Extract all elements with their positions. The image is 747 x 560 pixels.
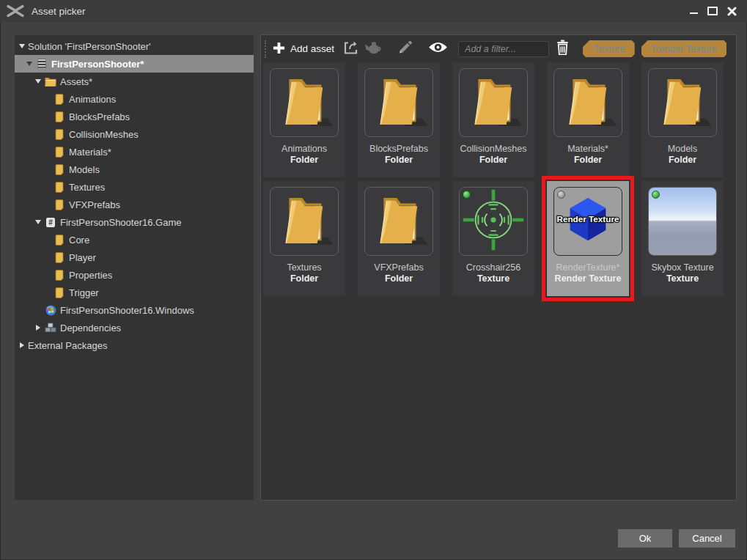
chevron-down-icon[interactable]	[32, 79, 44, 84]
asset-tile-blocksprefabs[interactable]: BlocksPrefabs Folder	[358, 62, 440, 177]
folder-note-icon	[53, 199, 66, 210]
open-folder-icon	[44, 77, 57, 86]
maximize-button[interactable]	[703, 1, 722, 21]
folder-note-icon	[53, 252, 66, 263]
tree-item-folder[interactable]: Materials*	[15, 143, 254, 161]
chevron-right-icon[interactable]	[32, 325, 44, 331]
asset-type: Folder	[385, 155, 413, 165]
delete-filter-button[interactable]	[556, 40, 569, 58]
dependencies-icon	[44, 323, 57, 333]
eye-icon	[428, 41, 448, 56]
asset-tile-skybox[interactable]: Skybox Texture Texture	[641, 181, 724, 296]
asset-tile-materials[interactable]: Materials* Folder	[547, 62, 629, 177]
tree-item-folder[interactable]: VFXPrefabs	[15, 196, 254, 213]
asset-type: Texture	[666, 273, 699, 284]
tree-item-folder[interactable]: Player	[15, 248, 254, 266]
tree-item-windows-project[interactable]: FirstPersonShooter16.Windows	[15, 301, 254, 319]
svg-text:#: #	[48, 218, 53, 226]
asset-thumbnail	[270, 68, 339, 137]
chevron-right-icon[interactable]	[16, 342, 28, 348]
folder-note-icon	[53, 235, 66, 246]
tree-item-folder[interactable]: Core	[15, 231, 254, 248]
asset-thumbnail: Render Texture	[553, 187, 622, 256]
title-bar: Asset picker	[0, 0, 747, 22]
asset-toolbar: Add asset Texture	[261, 35, 736, 62]
folder-note-icon	[53, 270, 66, 281]
folder-note-icon	[53, 94, 66, 105]
folder-thumb-icon	[366, 187, 432, 256]
asset-tile-models[interactable]: Models Folder	[641, 62, 724, 177]
tree-item-dependencies[interactable]: Dependencies	[15, 319, 254, 336]
close-button[interactable]	[722, 1, 741, 21]
asset-tile-rendertexture-selected[interactable]: Render Texture RenderTexture* Render Tex…	[547, 181, 629, 296]
add-icon	[273, 42, 285, 56]
asset-type: Folder	[290, 155, 318, 165]
tree-item-folder[interactable]: Textures	[15, 178, 254, 196]
filter-input[interactable]	[458, 41, 549, 57]
import-icon	[342, 39, 359, 59]
folder-thumb-icon	[555, 68, 621, 137]
toolbar-gripper[interactable]	[265, 40, 266, 58]
folder-note-icon	[53, 182, 66, 193]
tree-item-folder[interactable]: Models	[15, 161, 254, 178]
chevron-down-icon[interactable]	[16, 44, 28, 48]
asset-type: Render Texture	[555, 273, 622, 284]
asset-picker-window: { "window": { "title": "Asset picker" },…	[0, 0, 747, 560]
crosshair-thumb-icon	[460, 187, 526, 256]
folder-note-icon	[53, 164, 66, 175]
tree-item-game-project[interactable]: # FirstPersonShooter16.Game	[15, 213, 254, 231]
status-dot-icon	[557, 191, 565, 199]
window-title: Asset picker	[32, 6, 86, 17]
chevron-down-icon[interactable]	[32, 220, 44, 224]
folder-note-icon	[53, 147, 66, 158]
folder-thumb-icon	[366, 68, 432, 137]
edit-button[interactable]	[397, 40, 413, 59]
asset-tile-textures[interactable]: Textures Folder	[263, 181, 345, 296]
chevron-down-icon[interactable]	[23, 62, 35, 66]
asset-thumbnail	[459, 68, 528, 137]
folder-note-icon	[53, 111, 66, 122]
add-asset-button[interactable]: Add asset	[273, 42, 334, 56]
asset-tile-animations[interactable]: Animations Folder	[263, 62, 345, 177]
filter-tag-render-texture[interactable]: Render Texture	[641, 40, 727, 57]
tree-item-folder[interactable]: CollisionMeshes	[15, 125, 254, 143]
tree-item-assets[interactable]: Assets*	[15, 73, 254, 90]
asset-tile-vfxprefabs[interactable]: VFXPrefabs Folder	[358, 181, 440, 296]
cancel-button[interactable]: Cancel	[679, 529, 735, 548]
asset-name: CollisionMeshes	[460, 144, 526, 154]
tree-item-folder[interactable]: BlocksPrefabs	[15, 108, 254, 125]
asset-type: Folder	[669, 155, 696, 165]
package-database-icon	[35, 58, 48, 70]
asset-name: Crosshair256	[466, 262, 520, 273]
asset-name: Materials*	[567, 144, 608, 154]
tree-item-folder[interactable]: Properties	[15, 266, 254, 284]
asset-tile-collisionmeshes[interactable]: CollisionMeshes Folder	[452, 62, 534, 177]
asset-thumbnail	[648, 68, 717, 137]
tree-item-package-selected[interactable]: FirstPersonShooter*	[15, 55, 254, 73]
ok-button[interactable]: Ok	[618, 529, 672, 548]
windows-icon	[44, 305, 57, 316]
view-options-button[interactable]	[428, 41, 448, 56]
asset-type: Texture	[477, 273, 509, 284]
import-button[interactable]	[342, 39, 359, 59]
minimize-button[interactable]	[684, 1, 703, 21]
render-texture-thumb-icon: Render Texture	[555, 187, 621, 256]
asset-thumbnail	[270, 187, 339, 256]
folder-thumb-icon	[271, 68, 337, 137]
tree-item-solution[interactable]: Solution 'FirstPersonShooter'	[15, 37, 254, 55]
tree-item-folder[interactable]: Animations	[15, 90, 254, 108]
teapot-button[interactable]	[364, 40, 383, 58]
tree-item-folder[interactable]: Trigger	[15, 284, 254, 301]
asset-grid: Animations Folder BlocksPrefabs Folder C…	[263, 62, 724, 296]
filter-tag-texture[interactable]: Texture	[583, 40, 635, 57]
trash-icon	[556, 40, 569, 58]
tree-item-external-packages[interactable]: External Packages	[15, 336, 254, 354]
asset-name: RenderTexture*	[556, 262, 620, 273]
edit-pencil-icon	[397, 40, 413, 59]
skybox-thumb-image	[649, 188, 716, 255]
folder-note-icon	[53, 129, 66, 140]
asset-name: Animations	[281, 144, 327, 154]
status-dot-icon	[463, 191, 471, 199]
asset-tile-crosshair256[interactable]: Crosshair256 Texture	[452, 181, 534, 296]
asset-thumbnail	[648, 187, 717, 256]
